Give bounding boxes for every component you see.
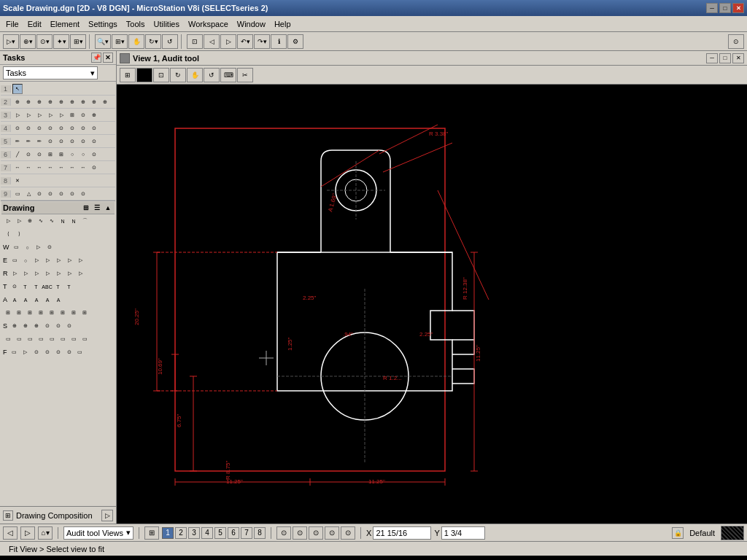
tool-4-5[interactable]: ⊙ xyxy=(56,123,66,133)
nav-home-button[interactable]: ⌂▾ xyxy=(38,526,53,540)
toolbar-btn-2[interactable]: ⊕▾ xyxy=(20,34,36,49)
page-4-button[interactable]: 4 xyxy=(201,527,213,539)
menu-utilities[interactable]: Utilities xyxy=(150,18,184,30)
dtool-b2-8[interactable]: ▭ xyxy=(80,334,90,344)
tool-6-5[interactable]: ⊞ xyxy=(56,149,66,160)
toolbar-right-btn[interactable]: ⊙ xyxy=(728,34,744,49)
dtool-b2-3[interactable]: ▭ xyxy=(25,334,35,344)
dtool-t-5[interactable]: T xyxy=(53,281,63,292)
page-8-button[interactable]: 8 xyxy=(254,527,266,539)
tool-4-6[interactable]: ⊙ xyxy=(67,123,77,133)
view-mode-1-button[interactable]: ⊙ xyxy=(276,526,291,540)
dtool-w-2[interactable]: ○ xyxy=(23,242,33,252)
dtool-b2-6[interactable]: ▭ xyxy=(58,334,68,344)
toolbar-btn-3[interactable]: ⊙▾ xyxy=(36,34,53,49)
menu-window[interactable]: Window xyxy=(233,18,270,30)
toolbar-zoom-in[interactable]: 🔍▾ xyxy=(95,34,111,49)
dtool-6[interactable]: N xyxy=(58,216,68,226)
dtool-f-5[interactable]: ⊙ xyxy=(53,347,63,357)
close-button[interactable]: ✕ xyxy=(732,3,744,13)
dtool-s-2[interactable]: ⊕ xyxy=(20,321,31,331)
tool-4-8[interactable]: ⊙ xyxy=(89,123,99,133)
view-update-icon[interactable]: ↺ xyxy=(204,68,220,82)
menu-workspace[interactable]: Workspace xyxy=(184,18,233,30)
tool-3-5[interactable]: ▷ xyxy=(56,110,66,120)
dtool-a-3[interactable]: A xyxy=(31,295,42,305)
dtool-s-5[interactable]: ⊙ xyxy=(53,321,63,331)
tool-5-8[interactable]: ⊙ xyxy=(89,136,99,147)
tool-7-4[interactable]: ↔ xyxy=(45,163,55,173)
page-1-button[interactable]: 1 xyxy=(162,527,174,539)
audit-tool-views-dropdown[interactable]: Audit tool Views ▾ xyxy=(63,526,133,540)
dtool-s-1[interactable]: ⊕ xyxy=(9,321,20,331)
dtool-f-2[interactable]: ▷ xyxy=(20,347,31,357)
tool-2-8[interactable]: ⊕ xyxy=(89,97,99,107)
dtool-b1-4[interactable]: ⊞ xyxy=(36,308,46,318)
nav-back-button[interactable]: ◁ xyxy=(3,526,18,540)
tool-2-6[interactable]: ⊕ xyxy=(67,97,77,107)
tool-2-4[interactable]: ⊕ xyxy=(45,97,55,107)
tool-3-7[interactable]: ⊙ xyxy=(78,110,88,120)
tool-4-2[interactable]: ⊙ xyxy=(23,123,34,133)
dtool-7[interactable]: N xyxy=(69,216,79,226)
dtool-a-4[interactable]: A xyxy=(42,295,53,305)
dtool-t-3[interactable]: T xyxy=(31,281,42,292)
dtool-r-2[interactable]: ▷ xyxy=(21,268,31,279)
dtool-8[interactable]: ⌒ xyxy=(80,216,90,226)
dtool-r-5[interactable]: ▷ xyxy=(54,268,64,279)
tool-5-6[interactable]: ⊙ xyxy=(67,136,77,147)
page-7-button[interactable]: 7 xyxy=(241,527,252,539)
tool-2-3[interactable]: ⊕ xyxy=(34,97,44,107)
dtool-s-3[interactable]: ⊕ xyxy=(31,321,42,331)
toolbar-settings[interactable]: ⚙ xyxy=(287,34,303,49)
page-6-button[interactable]: 6 xyxy=(228,527,239,539)
select-tool[interactable]: ↖ xyxy=(12,84,23,94)
tool-2-2[interactable]: ⊕ xyxy=(23,97,34,107)
dtool-2-1[interactable]: ⟨ xyxy=(3,229,13,239)
dtool-f-7[interactable]: ▭ xyxy=(75,347,85,357)
tool-2-7[interactable]: ⊕ xyxy=(78,97,88,107)
tool-4-4[interactable]: ⊙ xyxy=(45,123,55,133)
tool-4-7[interactable]: ⊙ xyxy=(78,123,88,133)
toolbar-info[interactable]: ℹ xyxy=(271,34,287,49)
view-key-icon[interactable]: ⌨ xyxy=(220,68,236,82)
view-rotate-icon[interactable]: ↻ xyxy=(170,68,186,82)
toolbar-btn-4[interactable]: ✦▾ xyxy=(53,34,69,49)
dtool-s-4[interactable]: ⊙ xyxy=(42,321,53,331)
view-pan-icon[interactable]: ✋ xyxy=(187,68,203,82)
toolbar-window-area[interactable]: ⊡ xyxy=(187,34,203,49)
drawing-expand-icon[interactable]: ▲ xyxy=(103,203,113,213)
tool-2-1[interactable]: ⊕ xyxy=(12,97,23,107)
dtool-5[interactable]: ∿ xyxy=(47,216,57,226)
view-toolbar-icon[interactable]: ⊞ xyxy=(120,68,136,82)
dtool-f-1[interactable]: ▭ xyxy=(9,347,20,357)
tool-3-8[interactable]: ⊕ xyxy=(89,110,99,120)
view-fit-icon[interactable]: ⊡ xyxy=(153,68,169,82)
tool-6-4[interactable]: ⊞ xyxy=(45,149,55,160)
dtool-2-2[interactable]: ⟩ xyxy=(14,229,24,239)
dtool-b2-1[interactable]: ▭ xyxy=(3,334,13,344)
x-input[interactable] xyxy=(373,526,431,540)
dtool-r-3[interactable]: ▷ xyxy=(32,268,42,279)
dtool-1[interactable]: ▷ xyxy=(3,216,13,226)
menu-help[interactable]: Help xyxy=(270,18,295,30)
dtool-a-1[interactable]: A xyxy=(9,295,20,305)
tool-3-3[interactable]: ▷ xyxy=(34,110,44,120)
dtool-w-3[interactable]: ▷ xyxy=(34,242,44,252)
view1-minimize-button[interactable]: ─ xyxy=(706,53,718,63)
dtool-b1-3[interactable]: ⊞ xyxy=(25,308,35,318)
tool-9-7[interactable]: ⊙ xyxy=(78,189,88,199)
toolbar-undo[interactable]: ↶▾ xyxy=(237,34,253,49)
menu-edit[interactable]: Edit xyxy=(23,18,46,30)
dtool-e-7[interactable]: ▷ xyxy=(75,255,85,265)
dtool-r-4[interactable]: ▷ xyxy=(43,268,53,279)
tool-5-7[interactable]: ⊙ xyxy=(78,136,88,147)
toolbar-btn-5[interactable]: ⊞▾ xyxy=(70,34,86,49)
dtool-b1-6[interactable]: ⊞ xyxy=(58,308,68,318)
tool-7-6[interactable]: ↔ xyxy=(67,163,77,173)
toolbar-next-view[interactable]: ▷ xyxy=(220,34,236,49)
dtool-b1-5[interactable]: ⊞ xyxy=(47,308,57,318)
tool-5-3[interactable]: ✏ xyxy=(34,136,44,147)
tool-2-9[interactable]: ⊕ xyxy=(100,97,110,107)
view-mode-5-button[interactable]: ⊙ xyxy=(341,526,355,540)
